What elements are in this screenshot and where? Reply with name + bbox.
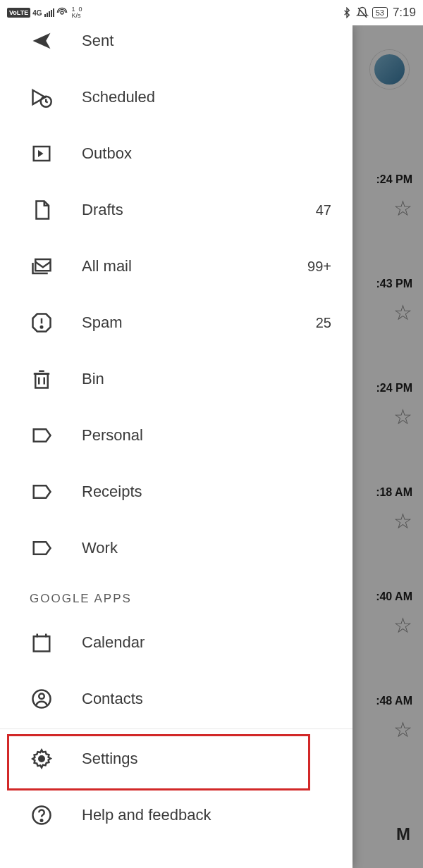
nav-count: 47 bbox=[316, 202, 338, 218]
nav-item-all-mail[interactable]: All mail 99+ bbox=[0, 238, 352, 294]
status-left: VoLTE 4G 1 0 K/s bbox=[7, 6, 82, 19]
svg-point-0 bbox=[61, 11, 63, 14]
notifications-off-icon bbox=[356, 6, 369, 19]
nav-label: Outbox bbox=[82, 144, 338, 163]
section-header-google-apps: GOOGLE APPS bbox=[0, 576, 352, 614]
nav-item-receipts[interactable]: Receipts bbox=[0, 464, 352, 520]
bin-icon bbox=[30, 367, 54, 391]
battery-indicator: 53 bbox=[372, 7, 388, 18]
svg-point-9 bbox=[39, 694, 44, 700]
svg-rect-6 bbox=[35, 374, 48, 388]
navigation-drawer: Sent Scheduled Outbox Drafts 47 Al bbox=[0, 25, 352, 868]
nav-item-work[interactable]: Work bbox=[0, 520, 352, 576]
nav-item-personal[interactable]: Personal bbox=[0, 407, 352, 464]
svg-rect-3 bbox=[35, 259, 50, 271]
nav-item-outbox[interactable]: Outbox bbox=[0, 125, 352, 182]
nav-label: Personal bbox=[82, 426, 338, 445]
nav-item-help[interactable]: Help and feedback bbox=[0, 787, 352, 843]
nav-label: Settings bbox=[82, 750, 338, 768]
nav-label: Bin bbox=[82, 370, 338, 388]
nav-item-scheduled[interactable]: Scheduled bbox=[0, 69, 352, 125]
clock: 7:19 bbox=[393, 6, 416, 20]
volte-badge: VoLTE bbox=[7, 8, 30, 18]
label-icon bbox=[30, 536, 54, 560]
gear-icon bbox=[30, 747, 54, 771]
nav-label: Drafts bbox=[82, 201, 316, 219]
nav-label: Contacts bbox=[82, 690, 338, 708]
nav-count: 99+ bbox=[307, 259, 338, 275]
nav-label: Receipts bbox=[82, 483, 338, 501]
nav-label: Help and feedback bbox=[82, 806, 338, 824]
nav-label: All mail bbox=[82, 257, 307, 275]
label-icon bbox=[30, 423, 54, 447]
nav-label: Sent bbox=[82, 32, 338, 50]
outbox-icon bbox=[30, 142, 54, 166]
divider bbox=[0, 728, 352, 729]
network-gen: 4G bbox=[32, 9, 42, 17]
nav-item-settings[interactable]: Settings bbox=[0, 731, 352, 787]
drafts-icon bbox=[30, 198, 54, 222]
network-speed: 1 0 K/s bbox=[72, 6, 82, 19]
nav-item-calendar[interactable]: Calendar bbox=[0, 614, 352, 671]
bluetooth-icon bbox=[341, 7, 352, 18]
signal-icon bbox=[44, 8, 54, 17]
svg-rect-7 bbox=[34, 636, 50, 651]
svg-point-5 bbox=[41, 326, 43, 328]
nav-label: Work bbox=[82, 539, 338, 557]
nav-item-sent[interactable]: Sent bbox=[0, 25, 352, 69]
all-mail-icon bbox=[30, 254, 54, 278]
hotspot-icon bbox=[56, 7, 68, 18]
nav-label: Scheduled bbox=[82, 88, 338, 106]
nav-item-bin[interactable]: Bin bbox=[0, 351, 352, 407]
nav-label: Spam bbox=[82, 314, 316, 332]
svg-point-12 bbox=[41, 819, 43, 822]
nav-item-spam[interactable]: Spam 25 bbox=[0, 294, 352, 351]
nav-item-drafts[interactable]: Drafts 47 bbox=[0, 182, 352, 238]
nav-label: Calendar bbox=[82, 633, 338, 652]
label-icon bbox=[30, 480, 54, 504]
status-right: 53 7:19 bbox=[341, 6, 416, 20]
calendar-icon bbox=[30, 631, 54, 655]
nav-item-contacts[interactable]: Contacts bbox=[0, 671, 352, 727]
spam-icon bbox=[30, 311, 54, 335]
svg-point-10 bbox=[39, 756, 44, 762]
status-bar: VoLTE 4G 1 0 K/s 53 7:19 bbox=[0, 0, 423, 25]
contacts-icon bbox=[30, 687, 54, 711]
scheduled-icon bbox=[30, 85, 54, 109]
help-icon bbox=[30, 803, 54, 827]
nav-count: 25 bbox=[316, 315, 338, 331]
sent-icon bbox=[30, 29, 54, 53]
